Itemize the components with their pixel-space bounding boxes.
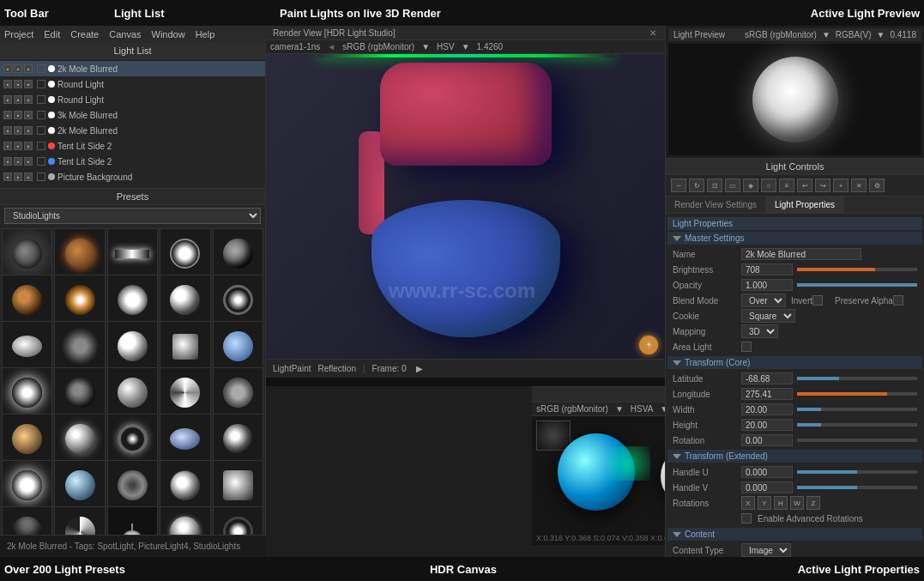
- render-close-button[interactable]: ✕: [648, 27, 658, 38]
- preset-thumb[interactable]: [107, 367, 158, 418]
- ctrl-scale[interactable]: ⊡: [707, 179, 722, 192]
- light-item[interactable]: ▪ ▪ ▪ 2k Mole Blurred: [0, 123, 265, 138]
- mapping-dropdown[interactable]: 3D: [741, 324, 778, 338]
- preset-thumb[interactable]: [160, 321, 210, 372]
- vis-icon[interactable]: ▪: [3, 80, 12, 88]
- canvas-mode[interactable]: HSVA: [631, 404, 654, 414]
- preset-thumb[interactable]: [160, 367, 210, 418]
- handle-u-input[interactable]: [741, 466, 793, 478]
- menu-edit[interactable]: Edit: [44, 29, 60, 39]
- light-item[interactable]: ▪ ▪ ▪ 3k Mole Blurred: [0, 107, 265, 123]
- brightness-input[interactable]: [741, 263, 793, 275]
- preserve-alpha-checkbox[interactable]: [893, 295, 903, 306]
- invert-checkbox[interactable]: [812, 295, 823, 306]
- adv-rot-checkbox[interactable]: [741, 513, 752, 524]
- preset-thumb[interactable]: [107, 321, 158, 372]
- handle-v-input[interactable]: [741, 481, 793, 493]
- light-item[interactable]: ▪ ▪ ▪ Round Light: [0, 92, 265, 107]
- rot-z-button[interactable]: Z: [806, 496, 820, 510]
- longitude-input[interactable]: [741, 388, 793, 400]
- ctrl-rect[interactable]: ▭: [725, 179, 740, 192]
- vis-icon3[interactable]: ▪: [24, 64, 33, 73]
- preset-thumb[interactable]: [213, 414, 263, 464]
- light-checkbox[interactable]: [37, 126, 45, 135]
- preset-thumb[interactable]: [213, 275, 263, 325]
- vis-icon2[interactable]: ▪: [14, 172, 22, 181]
- latitude-input[interactable]: [741, 372, 793, 384]
- vis-icon[interactable]: ▪: [3, 126, 12, 135]
- ctrl-move[interactable]: ↔: [671, 179, 686, 192]
- preset-thumb[interactable]: [54, 460, 105, 511]
- tab-light-properties[interactable]: Light Properties: [766, 197, 844, 213]
- preset-thumb[interactable]: [160, 460, 210, 511]
- vis-icon[interactable]: ▪: [3, 111, 12, 119]
- ctrl-eye[interactable]: ○: [761, 179, 776, 192]
- handle-u-slider[interactable]: [797, 470, 917, 474]
- preset-thumb[interactable]: [160, 228, 210, 279]
- preset-thumb[interactable]: [2, 414, 52, 464]
- handle-v-slider[interactable]: [797, 486, 917, 489]
- reflection-label[interactable]: Reflection: [317, 364, 355, 373]
- vis-icon3[interactable]: ▪: [24, 142, 33, 150]
- preset-thumb[interactable]: [54, 275, 105, 325]
- preset-thumb[interactable]: [54, 321, 105, 372]
- rotation-slider[interactable]: [797, 439, 917, 442]
- menu-help[interactable]: Help: [196, 29, 215, 39]
- light-item[interactable]: ▪ ▪ ▪ Tent Lit Side 2: [0, 154, 265, 169]
- ctrl-delete[interactable]: ✕: [851, 179, 867, 192]
- light-checkbox[interactable]: [37, 111, 45, 119]
- preset-thumb[interactable]: [2, 367, 52, 418]
- vis-icon3[interactable]: ▪: [24, 157, 33, 166]
- preset-thumb[interactable]: [107, 228, 158, 279]
- preset-thumb[interactable]: [107, 414, 158, 464]
- vis-icon[interactable]: ▪: [3, 95, 12, 104]
- render-colorspace[interactable]: sRGB (rgbMonitor): [342, 42, 414, 51]
- rot-w-button[interactable]: W: [790, 496, 804, 510]
- preset-thumb[interactable]: [54, 367, 105, 418]
- menu-window[interactable]: Window: [152, 29, 185, 39]
- preset-thumb[interactable]: [2, 275, 52, 325]
- ctrl-rotate[interactable]: ↻: [689, 179, 704, 192]
- name-input[interactable]: [741, 248, 861, 260]
- preset-thumb[interactable]: [107, 275, 158, 325]
- menu-project[interactable]: Project: [4, 29, 33, 39]
- preset-thumb[interactable]: [2, 228, 52, 279]
- vis-icon3[interactable]: ▪: [24, 172, 33, 181]
- vis-icon2[interactable]: ▪: [14, 111, 22, 119]
- ctrl-settings[interactable]: ⚙: [869, 179, 885, 192]
- vis-icon2[interactable]: ▪: [14, 157, 22, 166]
- vis-icon[interactable]: ▪: [3, 157, 12, 166]
- rot-h-button[interactable]: H: [774, 496, 788, 510]
- preset-thumb[interactable]: [213, 367, 263, 418]
- canvas-colorspace[interactable]: sRGB (rgbMonitor): [536, 404, 608, 414]
- vis-icon3[interactable]: ▪: [24, 80, 33, 88]
- vis-icon[interactable]: ▪: [3, 142, 12, 150]
- vis-icon2[interactable]: ▪: [14, 126, 22, 135]
- ctrl-undo[interactable]: ↩: [797, 179, 812, 192]
- vis-icon3[interactable]: ▪: [24, 95, 33, 104]
- render-mode[interactable]: HSV: [437, 42, 455, 51]
- longitude-slider[interactable]: [797, 392, 917, 396]
- latitude-slider[interactable]: [797, 377, 917, 380]
- light-checkbox[interactable]: [37, 80, 45, 88]
- light-checkbox[interactable]: [37, 64, 45, 73]
- width-slider[interactable]: [797, 408, 917, 411]
- opacity-input[interactable]: [741, 279, 793, 291]
- vis-icon3[interactable]: ▪: [24, 126, 33, 135]
- vis-icon2[interactable]: ▪: [14, 95, 22, 104]
- vis-icon[interactable]: ▪: [3, 64, 12, 73]
- menu-create[interactable]: Create: [70, 29, 99, 39]
- preset-thumb[interactable]: [160, 275, 210, 325]
- play-button[interactable]: ▶: [414, 363, 426, 375]
- preset-thumb[interactable]: [213, 228, 263, 279]
- vis-icon3[interactable]: ▪: [24, 111, 33, 119]
- rot-x-button[interactable]: X: [741, 496, 755, 510]
- ctrl-pin[interactable]: ◈: [743, 179, 758, 192]
- rotation-input[interactable]: [741, 434, 793, 446]
- light-checkbox[interactable]: [37, 142, 45, 150]
- cookie-dropdown[interactable]: Square: [741, 309, 795, 323]
- light-checkbox[interactable]: [37, 157, 45, 166]
- light-item[interactable]: ▪ ▪ ▪ Tent Lit Side 2: [0, 138, 265, 154]
- brightness-slider[interactable]: [797, 268, 917, 271]
- light-item[interactable]: ▪ ▪ ▪ Picture Background: [0, 169, 265, 185]
